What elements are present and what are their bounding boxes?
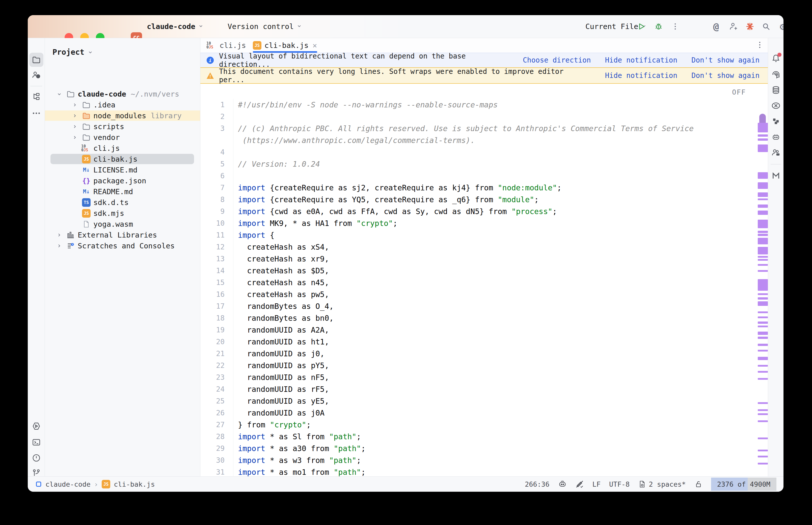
copilot-status-icon[interactable] bbox=[558, 480, 567, 489]
code-line[interactable]: 8import {createRequire as YQ5, createReq… bbox=[200, 194, 768, 206]
plugin-tool-button[interactable] bbox=[769, 114, 783, 128]
tree-item-vendor[interactable]: vendor bbox=[45, 132, 200, 143]
project-tool-button[interactable] bbox=[29, 53, 43, 67]
chevron-down-icon[interactable] bbox=[54, 91, 64, 97]
services-tool-button[interactable] bbox=[29, 419, 43, 433]
breadcrumb-file[interactable]: cli-bak.js bbox=[114, 480, 155, 488]
chevron-right-icon[interactable] bbox=[70, 123, 80, 130]
code-line[interactable]: 11import { bbox=[200, 229, 768, 241]
code-line[interactable]: 18 randomBytes as bn0, bbox=[200, 312, 768, 324]
mentions-icon[interactable]: @ bbox=[709, 19, 723, 33]
code-line[interactable]: 17 randomBytes as O_4, bbox=[200, 300, 768, 312]
chevron-right-icon[interactable] bbox=[70, 113, 80, 119]
problems-tool-button[interactable] bbox=[29, 451, 43, 465]
more-actions-button[interactable] bbox=[668, 19, 682, 33]
chevron-right-icon[interactable] bbox=[70, 134, 80, 140]
readonly-toggle-icon[interactable] bbox=[694, 480, 703, 488]
caret-position[interactable]: 266:36 bbox=[525, 480, 550, 488]
inspections-status-icon[interactable] bbox=[575, 480, 584, 489]
hide-notification-link[interactable]: Hide notification bbox=[605, 56, 678, 64]
code-line[interactable]: 12 createHash as xS4, bbox=[200, 241, 768, 253]
memory-indicator[interactable]: 2376 of 4900M bbox=[711, 478, 777, 491]
chevron-right-icon[interactable] bbox=[54, 232, 64, 238]
code-line[interactable]: 25 randomUUID as yE5, bbox=[200, 395, 768, 407]
notifications-button[interactable] bbox=[769, 51, 783, 65]
line-separator-widget[interactable]: LF bbox=[592, 480, 601, 488]
tree-item-cli-bak-js[interactable]: JScli-bak.js bbox=[45, 153, 200, 164]
run-button[interactable] bbox=[634, 19, 649, 33]
chevron-right-icon[interactable] bbox=[70, 102, 80, 108]
code-line[interactable]: 10import MK9, * as HA1 from "crypto"; bbox=[200, 217, 768, 229]
tree-item-readme-md[interactable]: M↓README.md bbox=[45, 186, 200, 197]
code-line[interactable]: 20 randomUUID as ht1, bbox=[200, 336, 768, 348]
code-line[interactable]: 16 createHash as pw5, bbox=[200, 288, 768, 300]
users-question-icon[interactable]: ? bbox=[29, 68, 43, 82]
tree-item-external-libraries[interactable]: External Libraries bbox=[45, 229, 200, 240]
structure-tool-button[interactable] bbox=[29, 90, 43, 104]
database-tool-button[interactable] bbox=[769, 83, 783, 97]
code-line[interactable]: 29import * as a30 from "path"; bbox=[200, 442, 768, 454]
code-line[interactable]: 28import * as Sl from "path"; bbox=[200, 431, 768, 442]
tree-item-package-json[interactable]: {}package.json bbox=[45, 175, 200, 186]
code-line[interactable]: 15 createHash as n45, bbox=[200, 276, 768, 288]
code-line[interactable]: 23 randomUUID as nF5, bbox=[200, 372, 768, 383]
indent-widget[interactable]: 2 spaces* bbox=[638, 480, 685, 488]
search-everywhere-button[interactable] bbox=[759, 19, 773, 33]
dont-show-again-link[interactable]: Don't show again bbox=[691, 56, 759, 64]
debug-button[interactable] bbox=[651, 19, 666, 33]
tree-item-sdk-d-ts[interactable]: TSsdk.d.ts bbox=[45, 197, 200, 208]
tree-item-scratches-and-consoles[interactable]: Scratches and Consoles bbox=[45, 240, 200, 251]
code-line[interactable]: 7import {createRequire as sj2, createReq… bbox=[200, 182, 768, 194]
add-user-button[interactable] bbox=[726, 19, 740, 33]
collaboration-tool-button[interactable] bbox=[769, 146, 783, 160]
breadcrumb-project[interactable]: claude-code bbox=[45, 480, 91, 488]
code-line[interactable]: 2 bbox=[200, 111, 768, 122]
tree-item-sdk-mjs[interactable]: JSsdk.mjs bbox=[45, 208, 200, 219]
project-panel-header[interactable]: Project bbox=[53, 48, 93, 57]
code-line[interactable]: 19 randomUUID as A2A, bbox=[200, 324, 768, 336]
code-line[interactable]: 1#!/usr/bin/env -S node --no-warnings --… bbox=[200, 99, 768, 111]
ai-assistant-button[interactable] bbox=[769, 67, 783, 81]
tree-item-license-md[interactable]: M↓LICENSE.md bbox=[45, 164, 200, 175]
tree-item-claude-code[interactable]: claude-code~/.nvm/vers bbox=[45, 89, 200, 99]
code-line[interactable]: 27} from "crypto"; bbox=[200, 419, 768, 431]
hide-notification-link[interactable]: Hide notification bbox=[605, 71, 678, 80]
project-selector[interactable]: claude-code bbox=[147, 22, 204, 31]
plugin-burst-icon[interactable] bbox=[743, 19, 757, 33]
code-line[interactable]: (https://www.anthropic.com/legal/commerc… bbox=[200, 134, 768, 146]
dont-show-again-link[interactable]: Don't show again bbox=[691, 71, 759, 80]
code-line[interactable]: 24 randomUUID as rF5, bbox=[200, 383, 768, 395]
editor-scroll-stripe[interactable] bbox=[757, 38, 768, 477]
code-line[interactable]: 9import {cwd as e0A, cwd as FfA, cwd as … bbox=[200, 206, 768, 217]
settings-button[interactable]: ⚙ bbox=[776, 19, 783, 33]
tab-cli-js[interactable]: 100JS cli.js bbox=[206, 38, 246, 53]
robot-tool-button[interactable] bbox=[769, 130, 783, 144]
code-line[interactable]: 31import * as mo1 from "path"; bbox=[200, 466, 768, 477]
code-line[interactable]: 5// Version: 1.0.24 bbox=[200, 158, 768, 170]
x-plugin-button[interactable] bbox=[769, 99, 783, 113]
choose-direction-link[interactable]: Choose direction bbox=[523, 56, 591, 64]
tree-item-node-modules[interactable]: node_moduleslibrary bbox=[45, 110, 200, 121]
tree-item-cli-js[interactable]: 100JScli.js bbox=[45, 143, 200, 153]
m-tool-button[interactable] bbox=[769, 169, 783, 183]
code-line[interactable]: 26 randomUUID as j0A bbox=[200, 407, 768, 419]
tree-item--idea[interactable]: .idea bbox=[45, 99, 200, 110]
tree-item-scripts[interactable]: scripts bbox=[45, 121, 200, 132]
code-line[interactable]: 21 randomUUID as j0, bbox=[200, 348, 768, 360]
encoding-widget[interactable]: UTF-8 bbox=[609, 480, 630, 488]
code-line[interactable]: 13 createHash as xr9, bbox=[200, 253, 768, 265]
chevron-right-icon[interactable] bbox=[54, 243, 64, 249]
code-line[interactable]: 6 bbox=[200, 170, 768, 182]
code-line[interactable]: 3// (c) Anthropic PBC. All rights reserv… bbox=[200, 122, 768, 134]
code-line[interactable]: 14 createHash as $D5, bbox=[200, 265, 768, 276]
code-line[interactable]: 4 bbox=[200, 146, 768, 158]
terminal-tool-button[interactable] bbox=[29, 435, 43, 449]
code-line[interactable]: 22 randomUUID as pY5, bbox=[200, 360, 768, 372]
close-tab-icon[interactable]: × bbox=[313, 41, 317, 50]
code-line[interactable]: 30import * as w3 from "path"; bbox=[200, 454, 768, 466]
tab-cli-bak-js[interactable]: JS cli-bak.js × bbox=[253, 38, 317, 53]
vcs-menu[interactable]: Version control bbox=[227, 22, 302, 31]
more-tool-windows-button[interactable] bbox=[29, 106, 43, 120]
code-editor[interactable]: OFF 1#!/usr/bin/env -S node --no-warning… bbox=[200, 84, 768, 477]
tree-item-yoga-wasm[interactable]: yoga.wasm bbox=[45, 219, 200, 229]
